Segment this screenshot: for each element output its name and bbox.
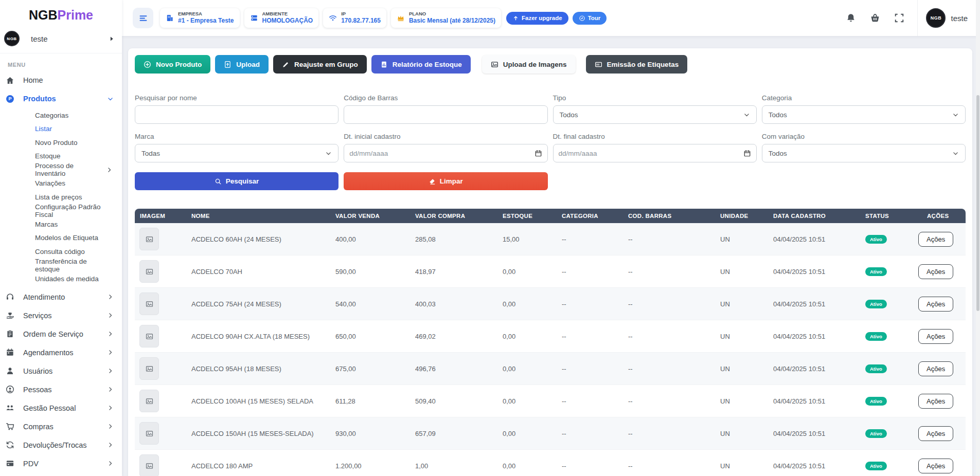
dt-final-cadastro-input[interactable]: dd/mm/aaaa	[553, 144, 757, 162]
sidebar-item-processo-de-inventario[interactable]: Processo de Inventário	[0, 163, 122, 177]
emissao-de-etiquetas-button[interactable]: Emissão de Etiquetas	[586, 55, 688, 74]
cell-data-cadastro: 04/04/2025 10:51	[763, 462, 855, 470]
sidebar-item-listar[interactable]: Listar	[0, 122, 122, 136]
product-image-placeholder[interactable]	[139, 390, 159, 412]
product-image-placeholder[interactable]	[139, 357, 159, 380]
column-header-data-cadastro: DATA CADASTRO	[763, 213, 855, 219]
row-actions-button[interactable]: Ações	[918, 426, 953, 441]
status-badge: Ativo	[865, 332, 887, 341]
codigo-de-barras-input[interactable]	[344, 105, 547, 124]
sidebar-item-label: Produtos	[23, 95, 107, 103]
column-header-categoria: CATEGORIA	[551, 213, 618, 219]
sidebar-item-consulta-codigo[interactable]: Consulta código	[0, 245, 122, 259]
sidebar-item-transferencia-de-estoque[interactable]: Transferência de estoque	[0, 259, 122, 272]
label-icon	[595, 61, 602, 68]
dt-inicial-cadastro-input[interactable]: dd/mm/aaaa	[344, 144, 547, 162]
upload-de-imagens-button[interactable]: Upload de Imagens	[482, 55, 576, 74]
sidebar-item-unidades-de-medida[interactable]: Unidades de medida	[0, 272, 122, 286]
sidebar-item-produtos[interactable]: PProdutos	[0, 89, 122, 108]
cell-cod-barras: --	[618, 300, 710, 308]
sidebar-item-servicos[interactable]: Serviços	[0, 306, 122, 325]
sidebar-item-marcas[interactable]: Marcas	[0, 217, 122, 231]
cell-estoque: 0,00	[492, 397, 551, 405]
plus-circle-icon	[144, 61, 151, 68]
row-actions-button[interactable]: Ações	[918, 329, 953, 344]
marca-select[interactable]: Todas	[135, 144, 338, 162]
button-label: Reajuste em Grupo	[294, 61, 358, 68]
fullscreen-button[interactable]	[894, 13, 904, 23]
pesquisar-por-nome-input[interactable]	[135, 105, 338, 124]
product-image-placeholder[interactable]	[139, 292, 159, 315]
cell-valor-venda: 400,00	[325, 235, 405, 243]
user-menu[interactable]: NGB teste	[917, 0, 980, 36]
sidebar-item-atendimento[interactable]: Atendimento	[0, 288, 122, 306]
row-actions-button[interactable]: Ações	[918, 394, 953, 409]
sidebar-item-lista-de-precos[interactable]: Lista de preços	[0, 190, 122, 204]
date-placeholder: dd/mm/aaaa	[349, 150, 388, 157]
filter-field-dt-final-cadastro: Dt. final cadastrodd/mm/aaaa	[553, 133, 757, 162]
row-actions-button[interactable]: Ações	[918, 232, 953, 247]
arrow-up-icon	[512, 15, 519, 22]
sidebar-item-agendamentos[interactable]: Agendamentos	[0, 343, 122, 362]
sidebar-item-devolucoes-trocas[interactable]: Devoluções/Trocas	[0, 436, 122, 454]
tipo-select[interactable]: Todos	[553, 105, 757, 124]
product-image-placeholder[interactable]	[139, 325, 159, 347]
sidebar-user-menu[interactable]: NGB teste	[0, 29, 122, 53]
column-header-nome: NOME	[181, 213, 325, 219]
env-chip-ip[interactable]: IP170.82.77.165	[323, 8, 386, 28]
com-variacao-select[interactable]: Todos	[762, 144, 966, 162]
product-image-placeholder[interactable]	[139, 260, 159, 283]
reajuste-em-grupo-button[interactable]: Reajuste em Grupo	[273, 55, 367, 74]
sidebar-item-gestao-pessoal[interactable]: Gestão Pessoal	[0, 399, 122, 417]
notifications-button[interactable]	[846, 13, 856, 23]
sidebar-item-home[interactable]: Home	[0, 71, 122, 89]
env-chip-ambiente[interactable]: AMBIENTEHOMOLOGAÇÃO	[244, 8, 319, 28]
server-icon	[250, 14, 258, 22]
cell-cod-barras: --	[618, 268, 710, 276]
sidebar-item-variacoes[interactable]: Variações	[0, 177, 122, 191]
upload-button[interactable]: Upload	[215, 55, 269, 74]
product-image-placeholder[interactable]	[139, 454, 159, 476]
chip-label: IP	[341, 11, 381, 17]
sidebar-item-usuarios[interactable]: Usuários	[0, 362, 122, 380]
env-chip-plano[interactable]: PLANOBasic Mensal (até 28/12/2025)	[391, 8, 501, 28]
chip-label: AMBIENTE	[262, 11, 313, 17]
product-image-placeholder[interactable]	[139, 228, 159, 250]
clear-button[interactable]: Limpar	[344, 172, 547, 190]
search-icon	[215, 178, 222, 185]
cell-categoria: --	[551, 300, 618, 308]
sidebar-item-compras[interactable]: Compras	[0, 417, 122, 436]
row-actions-button[interactable]: Ações	[918, 361, 953, 376]
novo-produto-button[interactable]: Novo Produto	[135, 55, 210, 74]
sidebar-toggle-button[interactable]	[133, 8, 153, 28]
product-image-placeholder[interactable]	[139, 422, 159, 445]
scrollbar-thumb[interactable]	[976, 95, 979, 311]
tour-button[interactable]: Tour	[573, 12, 607, 25]
categoria-select[interactable]: Todos	[762, 105, 966, 124]
sidebar-item-pdv[interactable]: PDV	[0, 454, 122, 473]
row-actions-button[interactable]: Ações	[918, 459, 953, 473]
sidebar-item-categorias[interactable]: Categorias	[0, 108, 122, 122]
sidebar-item-estoque[interactable]: Estoque	[0, 150, 122, 163]
filter-field-com-variacao: Com variaçãoTodos	[762, 133, 966, 162]
image-placeholder-icon	[146, 462, 153, 470]
sidebar-item-novo-produto[interactable]: Novo Produto	[0, 136, 122, 150]
table-body: ACDELCO 60AH (24 MESES)400,00285,0815,00…	[135, 223, 966, 476]
search-button[interactable]: Pesquisar	[135, 172, 338, 190]
cell-estoque: 0,00	[492, 300, 551, 308]
env-chip-empresa[interactable]: EMPRESA#1 - Empresa Teste	[160, 8, 240, 28]
page-scrollbar[interactable]	[976, 0, 980, 476]
relatorio-de-estoque-button[interactable]: Relatório de Estoque	[371, 55, 471, 74]
sidebar-item-modelos-de-etiqueta[interactable]: Modelos de Etiqueta	[0, 231, 122, 245]
upgrade-button[interactable]: Fazer upgrade	[506, 12, 568, 25]
row-actions-button[interactable]: Ações	[918, 297, 953, 312]
sidebar-item-pessoas[interactable]: Pessoas	[0, 380, 122, 399]
column-header-estoque: ESTOQUE	[492, 213, 551, 219]
basket-button[interactable]	[870, 13, 880, 23]
filter-label: Com variação	[762, 133, 966, 140]
sidebar-subitem-label: Marcas	[35, 221, 58, 228]
sidebar-item-configuracao-padrao-fiscal[interactable]: Configuração Padrão Fiscal	[0, 204, 122, 218]
row-actions-button[interactable]: Ações	[918, 264, 953, 279]
search-row: Pesquisar Limpar	[135, 172, 966, 190]
sidebar-item-ordem-de-servico[interactable]: Ordem de Serviço	[0, 325, 122, 343]
